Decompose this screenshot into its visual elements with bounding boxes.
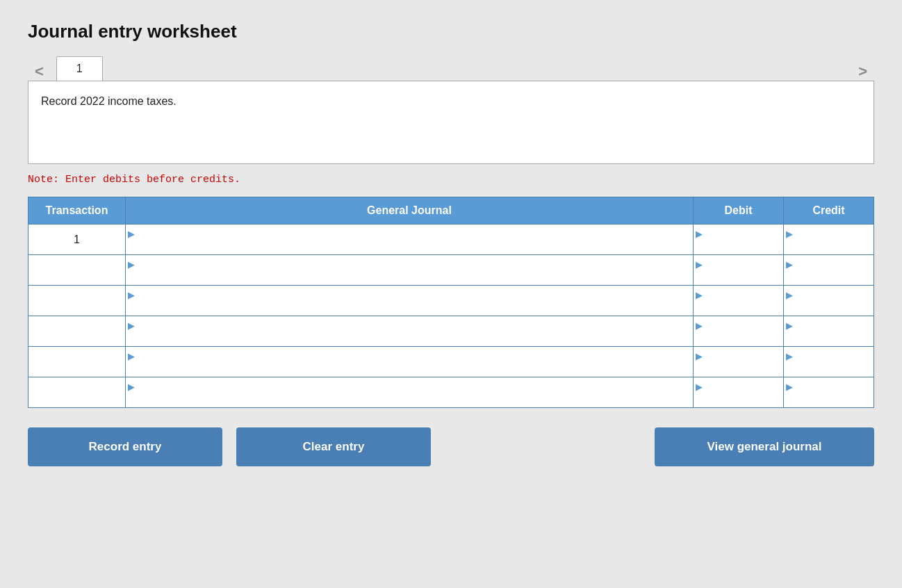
prev-arrow[interactable]: < [28,63,51,81]
journal-table: Transaction General Journal Debit Credit… [28,197,874,408]
transaction-cell-1 [28,255,126,286]
tab-navigation: < 1 > [28,56,874,81]
debit-cell-2[interactable]: ▶ [694,286,784,316]
transaction-cell-2 [28,286,126,316]
credit-cell-0[interactable]: ▶ [784,224,874,255]
next-arrow[interactable]: > [851,63,874,81]
col-header-credit: Credit [784,197,874,224]
journal-input-3[interactable] [137,319,693,346]
cell-arrow-debit-2: ▶ [694,288,705,300]
credit-cell-1[interactable]: ▶ [784,255,874,286]
credit-input-4[interactable] [795,350,874,377]
table-row: ▶▶▶ [28,377,874,408]
cell-arrow-credit-5: ▶ [784,380,795,392]
description-text: Record 2022 income taxes. [41,95,177,107]
clear-entry-button[interactable]: Clear entry [236,427,431,466]
cell-arrow-credit-0: ▶ [784,227,795,239]
journal-input-0[interactable] [137,227,693,254]
cell-arrow-debit-5: ▶ [694,380,705,392]
journal-cell-2[interactable]: ▶ [126,286,694,316]
cell-arrow-credit-1: ▶ [784,258,795,270]
debit-input-2[interactable] [705,288,783,316]
cell-arrow-journal-0: ▶ [126,227,137,239]
cell-arrow-debit-1: ▶ [694,258,705,270]
view-general-journal-button[interactable]: View general journal [655,427,874,466]
cell-arrow-debit-4: ▶ [694,350,705,361]
cell-arrow-journal-2: ▶ [126,288,137,300]
record-entry-button[interactable]: Record entry [28,427,222,466]
credit-input-5[interactable] [795,380,874,407]
debit-input-3[interactable] [705,319,783,346]
debit-input-1[interactable] [705,258,783,285]
credit-input-2[interactable] [795,288,874,316]
credit-input-3[interactable] [795,319,874,346]
table-row: ▶▶▶ [28,347,874,377]
note-text: Note: Enter debits before credits. [28,174,874,186]
cell-arrow-credit-4: ▶ [784,350,795,361]
debit-input-4[interactable] [705,350,783,377]
journal-input-2[interactable] [137,288,693,316]
table-row: ▶▶▶ [28,316,874,347]
journal-cell-1[interactable]: ▶ [126,255,694,286]
cell-arrow-credit-3: ▶ [784,319,795,331]
cell-arrow-journal-5: ▶ [126,380,137,392]
cell-arrow-debit-3: ▶ [694,319,705,331]
journal-input-1[interactable] [137,258,693,285]
cell-arrow-credit-2: ▶ [784,288,795,300]
buttons-row: Record entry Clear entry View general jo… [28,427,874,466]
journal-cell-4[interactable]: ▶ [126,347,694,377]
credit-cell-2[interactable]: ▶ [784,286,874,316]
debit-cell-5[interactable]: ▶ [694,377,784,408]
journal-cell-3[interactable]: ▶ [126,316,694,347]
cell-arrow-journal-1: ▶ [126,258,137,270]
debit-cell-1[interactable]: ▶ [694,255,784,286]
debit-cell-3[interactable]: ▶ [694,316,784,347]
table-row: ▶▶▶ [28,286,874,316]
cell-arrow-debit-0: ▶ [694,227,705,239]
cell-arrow-journal-3: ▶ [126,319,137,331]
transaction-cell-0: 1 [28,224,126,255]
debit-cell-4[interactable]: ▶ [694,347,784,377]
journal-input-5[interactable] [137,380,693,407]
col-header-transaction: Transaction [28,197,126,224]
table-row: ▶▶▶ [28,255,874,286]
debit-input-5[interactable] [705,380,783,407]
transaction-cell-3 [28,316,126,347]
credit-input-1[interactable] [795,258,874,285]
page-title: Journal entry worksheet [28,21,874,42]
transaction-cell-5 [28,377,126,408]
transaction-cell-4 [28,347,126,377]
debit-input-0[interactable] [705,227,783,254]
debit-cell-0[interactable]: ▶ [694,224,784,255]
credit-input-0[interactable] [795,227,874,254]
description-box: Record 2022 income taxes. [28,81,874,164]
credit-cell-5[interactable]: ▶ [784,377,874,408]
credit-cell-4[interactable]: ▶ [784,347,874,377]
tab-1[interactable]: 1 [56,56,103,81]
col-header-debit: Debit [694,197,784,224]
journal-cell-0[interactable]: ▶ [126,224,694,255]
col-header-general-journal: General Journal [126,197,694,224]
table-row: 1▶▶▶ [28,224,874,255]
journal-input-4[interactable] [137,350,693,377]
cell-arrow-journal-4: ▶ [126,350,137,361]
credit-cell-3[interactable]: ▶ [784,316,874,347]
journal-cell-5[interactable]: ▶ [126,377,694,408]
